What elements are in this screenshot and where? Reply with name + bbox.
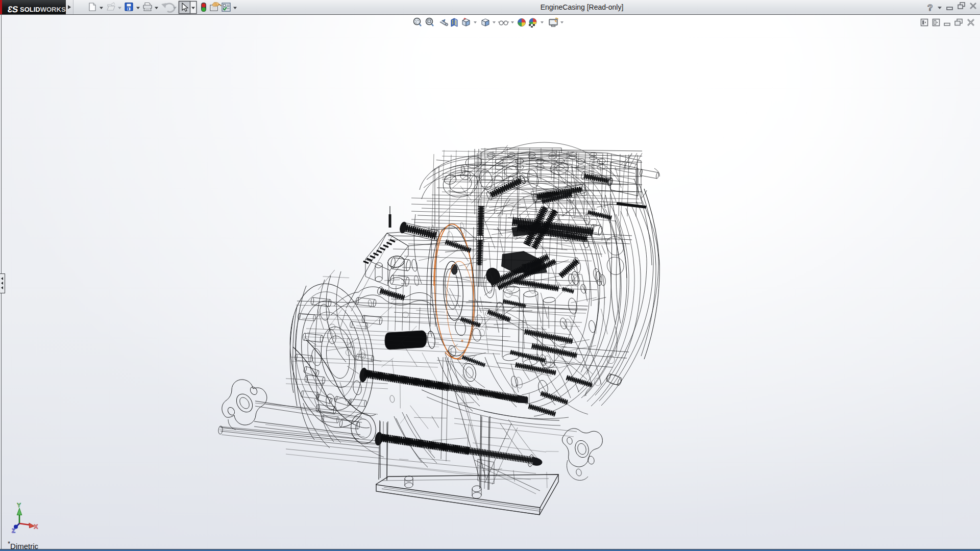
svg-text:X: X: [34, 523, 38, 530]
svg-text:S: S: [12, 5, 19, 14]
svg-text:SOLIDWORKS: SOLIDWORKS: [20, 6, 66, 13]
svg-text:?: ?: [927, 3, 933, 13]
svg-text:Y: Y: [17, 502, 21, 508]
svg-text:Z: Z: [12, 528, 15, 534]
